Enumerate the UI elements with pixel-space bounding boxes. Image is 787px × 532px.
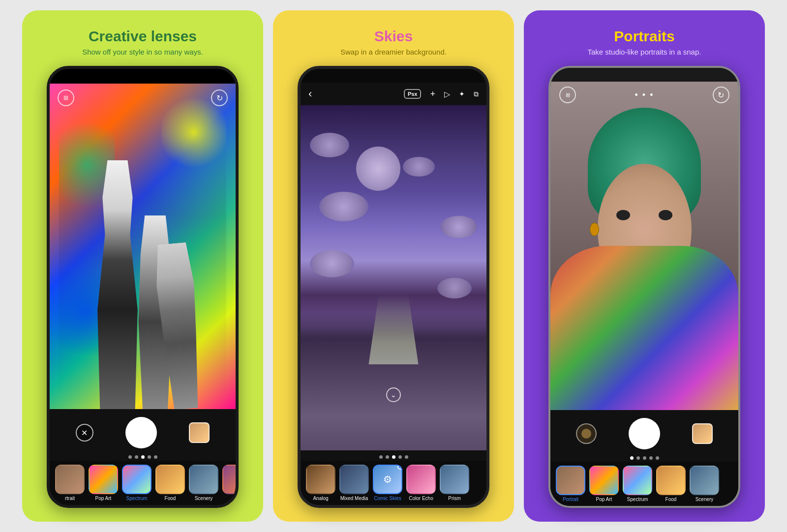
refresh-portraits[interactable]: ↻ [713,87,729,103]
eye-right [659,210,673,220]
filter-thumb-spectrum [122,465,151,494]
panels-container: Creative lenses Show off your style in s… [0,0,787,532]
filter-thumb-comicskies: ⚙ [373,465,402,494]
shutter-row-creative: ✕ [50,412,236,453]
filter-scenery-p[interactable]: Scenery [689,466,720,502]
eye-left [616,210,631,220]
filter-label-analog: Analog [313,496,328,501]
filter-portrait-selected[interactable]: Portrait [555,466,586,502]
filter-thumb-art [222,465,236,494]
filter-scenery-1[interactable]: Scenery [188,465,219,501]
notch-creative [118,71,167,82]
cloud-1 [310,133,349,157]
plus-button[interactable]: + [430,89,435,99]
person1 [92,160,143,409]
shutter-button-portraits[interactable] [629,418,660,449]
filter-thumb-spectrum-p [623,466,652,495]
play-button[interactable]: ▷ [444,89,450,99]
gallery-button-portraits[interactable] [692,423,713,444]
filter-popart[interactable]: Pop Art [88,465,119,501]
filter-label-portrait-sel: Portrait [563,497,578,502]
sparkle-button[interactable]: ✦ [459,90,465,98]
psx-button[interactable]: Psx [404,89,422,99]
filter-label-food-p: Food [666,497,677,502]
panel-skies: Skies Swap in a dreamier background. ‹ P… [273,10,514,522]
filter-spectrum[interactable]: Spectrum [121,465,152,501]
filter-food-p[interactable]: Food [656,466,686,502]
filter-thumb-prism [440,465,469,494]
filter-thumb-scenery-p [690,466,719,495]
filter-analog[interactable]: Analog [305,465,336,501]
filter-label-scenery-1: Scenery [195,496,213,501]
sky-scene: ⌄ [301,105,486,450]
dots-indicator-creative [50,453,236,461]
filter-label-mixedmedia: Mixed Media [340,496,368,501]
filter-thumb-food-p [656,466,686,495]
cloud-2 [403,157,435,177]
filter-prism[interactable]: Prism [439,465,470,501]
bottom-controls-creative: ✕ [50,409,236,505]
refresh-icon-btn[interactable]: ↻ [211,89,228,106]
three-dots-portraits[interactable]: • • • [635,90,654,100]
filter-mixedmedia[interactable]: Mixed Media [339,465,369,501]
sky-dot-4 [398,455,402,459]
filter-label-comicskies: Comic Skies [374,496,401,501]
mode-button-portraits[interactable] [576,423,597,444]
gallery-button[interactable] [189,422,210,443]
filter-comicskies[interactable]: ⚙ Comic Skies [372,465,403,501]
phone-portraits: ⊞ • • • ↻ [548,66,740,508]
phone-top-portraits [550,68,738,82]
camera-view-creative: ⊞ ↻ [50,84,236,409]
bottom-controls-portraits: Portrait Pop Art Spectrum [550,410,738,506]
filter-thumb-portrait [55,465,85,494]
desert-ground [301,364,486,451]
dot-4 [148,455,151,459]
filter-thumb-popart [89,465,118,494]
filter-food-1[interactable]: Food [155,465,185,501]
hoodie [550,246,738,410]
dot-5 [154,455,157,459]
shutter-button[interactable] [125,417,157,448]
phone-creative: ⊞ ↻ ✕ [47,66,239,508]
filter-label-colorecho: Color Echo [409,496,433,501]
filter-strip-skies: Analog Mixed Media ⚙ [301,461,486,505]
selected-dot-indicator [397,465,402,470]
filter-thumb-portrait-sel [556,466,585,495]
portrait-dot-3 [643,456,646,460]
filter-label-spectrum: Spectrum [126,496,148,501]
sky-dot-2 [386,455,389,459]
filter-thumb-food-1 [155,465,185,494]
phone-screen-portraits: ⊞ • • • ↻ [550,82,738,506]
panel-subtitle-skies: Swap in a dreamier background. [340,48,447,56]
chevron-down-btn[interactable]: ⌄ [386,387,401,402]
panel-content-skies: ‹ Psx + ▷ ✦ ⧉ [287,66,500,508]
filter-label-popart: Pop Art [95,496,112,501]
phone-screen-skies: ‹ Psx + ▷ ✦ ⧉ [301,83,486,505]
panel-content-portraits: ⊞ • • • ↻ [538,66,751,508]
dot-2 [135,455,138,459]
sky-dot-3-active [392,455,395,459]
cancel-button[interactable]: ✕ [76,424,93,442]
filter-thumb-scenery-1 [189,465,218,494]
filter-colorecho[interactable]: Color Echo [406,465,436,501]
filter-popart-p[interactable]: Pop Art [589,466,619,502]
filter-thumb-popart-p [589,466,619,495]
grid-icon-portraits[interactable]: ⊞ [559,87,576,103]
panel-content-creative: ⊞ ↻ ✕ [36,66,249,508]
mode-icon-inner [581,429,591,439]
filter-portrait[interactable]: rtrait [55,465,85,501]
back-button[interactable]: ‹ [308,88,312,100]
filter-thumb-colorecho [406,465,436,494]
filter-label-spectrum-p: Spectrum [627,497,648,502]
phone-screen-creative: ⊞ ↻ ✕ [50,84,236,505]
filter-label-scenery-p: Scenery [696,497,714,502]
grid-icon[interactable]: ⊞ [58,89,74,106]
dots-indicator-skies [301,453,486,461]
sliders-button[interactable]: ⧉ [474,90,479,98]
filter-spectrum-p[interactable]: Spectrum [622,466,653,502]
panel-title-portraits: Portraits [614,28,674,45]
filter-label-prism: Prism [448,496,461,501]
filter-art[interactable]: Arth [222,465,236,501]
portrait-dot-5 [656,456,659,460]
phone-notch-creative [50,69,236,84]
